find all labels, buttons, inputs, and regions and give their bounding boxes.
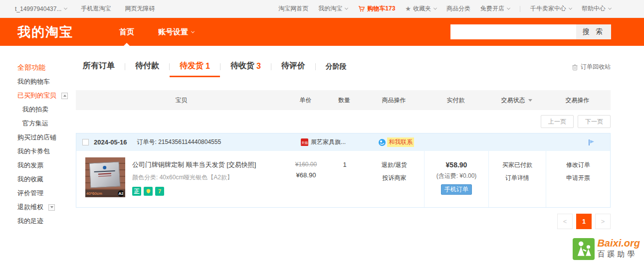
star-icon: ★	[405, 5, 411, 12]
service-badges: 正 7	[132, 187, 256, 196]
topbar-right: 淘宝网首页 我的淘宝 购物车173 ★ 收藏夹 商品分类 免费开店 千牛卖家中心…	[278, 4, 611, 13]
nav-account-settings[interactable]: 账号设置	[158, 18, 194, 46]
tab-label: 待评价	[281, 61, 305, 71]
order-detail-link[interactable]: 订单详情	[489, 174, 546, 182]
order-checkbox[interactable]	[82, 139, 89, 145]
search-bar: 搜 索	[450, 24, 611, 39]
my-taobao-menu[interactable]: 我的淘宝	[318, 4, 348, 13]
product-title-link[interactable]: 公司门牌铜牌定制 顺丰当天发货 [交易快照]	[132, 160, 256, 169]
triangle-up-icon	[63, 95, 66, 97]
help-center-menu[interactable]: 帮助中心	[582, 4, 611, 13]
expand-toggle[interactable]	[48, 204, 55, 211]
sidebar-item-review-management[interactable]: 评价管理	[17, 186, 76, 200]
favorites-menu[interactable]: ★ 收藏夹	[405, 4, 436, 13]
current-price: ¥68.90	[287, 171, 325, 179]
product-image[interactable]: 40*60cm A2	[85, 157, 125, 197]
username-menu[interactable]: t_14997940437...	[15, 5, 67, 12]
sidebar-item-my-cart[interactable]: 我的购物车	[17, 75, 76, 89]
prev-page-button[interactable]: 上一页	[541, 115, 574, 128]
order-item-row: 40*60cm A2 公司门牌铜牌定制 顺丰当天发货 [交易快照] 颜色分类: …	[76, 151, 610, 207]
tab-pending-receipt[interactable]: 待收货 3	[220, 61, 271, 77]
item-actions-cell: 退款/退货 投诉商家	[365, 151, 424, 207]
refund-link[interactable]: 退款/退货	[365, 161, 424, 169]
tab-label: 待付款	[135, 61, 159, 71]
refund-rights-label: 退款维权	[17, 203, 43, 212]
collapse-toggle[interactable]	[61, 93, 68, 99]
consumer-protection-icon	[144, 187, 153, 196]
mobile-taobao-link[interactable]: 手机逛淘宝	[81, 4, 111, 13]
col-header-trade-actions: 交易操作	[545, 96, 610, 105]
complain-link[interactable]: 投诉商家	[365, 174, 424, 182]
chevron-down-icon	[64, 6, 67, 10]
search-input[interactable]	[450, 24, 576, 39]
mobile-order-badge: 手机订单	[441, 184, 472, 195]
watermark-site: Baixi.org	[597, 238, 640, 249]
next-page-button[interactable]: 下一页	[578, 115, 611, 128]
tab-all-orders[interactable]: 所有订单	[76, 61, 125, 77]
nav-home[interactable]: 首页	[119, 18, 134, 46]
seller-center-menu[interactable]: 千牛卖家中心	[530, 4, 572, 13]
image-caption-strip: 40*60cm A2	[85, 190, 125, 197]
paid-amount: ¥58.90	[425, 161, 488, 169]
unit-price-cell: ¥160.00 ¥68.90	[287, 151, 325, 207]
chevron-down-icon	[569, 6, 572, 10]
watermark-text: Baixi.org 百蹊助學	[597, 238, 640, 260]
pagination-bottom: < 1 >	[76, 214, 611, 229]
topbar-left: t_14997940437... 手机逛淘宝 网页无障碍	[15, 4, 155, 13]
tab-count-badge: 3	[256, 62, 261, 71]
sidebar-item-refund-rights[interactable]: 退款维权	[17, 200, 76, 214]
trade-actions-cell: 修改订单 申请开票	[546, 151, 610, 207]
order-recycle-bin[interactable]: 订单回收站	[572, 63, 611, 77]
trade-status-label: 交易状态	[501, 96, 525, 105]
trade-status-cell: 买家已付款 订单详情	[488, 151, 546, 207]
sidebar-item-my-footprints[interactable]: 我的足迹	[17, 214, 76, 228]
sidebar-item-my-auctions[interactable]: 我的拍卖	[17, 103, 76, 117]
cart-link[interactable]: 购物车173	[358, 4, 395, 13]
chevron-down-icon	[345, 6, 348, 10]
order-number-label: 订单号:	[137, 138, 157, 145]
sidebar-item-shops-purchased[interactable]: 购买过的店铺	[17, 130, 76, 144]
header-nav: 首页 账号设置	[119, 18, 194, 46]
col-header-trade-status-dropdown[interactable]: 交易状态	[488, 96, 545, 105]
username-label: t_14997940437...	[15, 5, 61, 12]
request-invoice-link[interactable]: 申请开票	[546, 174, 610, 182]
order-header-row: 2024-05-16 订单号: 2154356114440804555 天猫 展…	[76, 133, 610, 151]
sidebar-item-my-invoices[interactable]: 我的发票	[17, 158, 76, 172]
col-header-quantity: 数量	[324, 96, 364, 105]
shop-name: 展艺家具旗...	[311, 138, 346, 146]
help-center-label: 帮助中心	[582, 4, 606, 13]
sidebar-item-my-coupons[interactable]: 我的卡券包	[17, 144, 76, 158]
tab-staged[interactable]: 分阶段	[316, 62, 357, 77]
flag-icon[interactable]	[587, 138, 595, 146]
col-header-unit-price: 单价	[287, 96, 324, 105]
open-shop-menu[interactable]: 免费开店	[480, 4, 510, 13]
shop-link[interactable]: 天猫 展艺家具旗...	[301, 138, 346, 146]
categories-link[interactable]: 商品分类	[446, 4, 470, 13]
modify-order-link[interactable]: 修改订单	[546, 161, 610, 169]
sidebar-item-all-functions[interactable]: 全部功能	[17, 61, 76, 75]
tab-pending-review[interactable]: 待评价	[271, 61, 315, 77]
contact-seller[interactable]: 和我联系	[378, 137, 414, 147]
caret-down-icon	[528, 99, 532, 102]
sidebar-item-official-consolidation[interactable]: 官方集运	[17, 117, 76, 130]
pagination-top: 上一页 下一页	[76, 115, 611, 128]
my-taobao-label: 我的淘宝	[318, 4, 342, 13]
image-tag-label: A2	[118, 190, 124, 197]
paid-amount-cell: ¥58.90 (含运费: ¥0.00) 手机订单	[424, 151, 488, 207]
tab-label: 所有订单	[83, 61, 115, 71]
tab-pending-shipment[interactable]: 待发货 1	[170, 61, 220, 77]
tab-pending-payment[interactable]: 待付款	[125, 61, 169, 77]
tab-label: 待收货	[230, 61, 254, 71]
topbar: t_14997940437... 手机逛淘宝 网页无障碍 淘宝网首页 我的淘宝 …	[0, 0, 644, 18]
sidebar-item-purchased-items[interactable]: 已买到的宝贝	[17, 89, 76, 103]
col-header-paid-amount: 实付款	[424, 96, 488, 105]
prev-page-arrow[interactable]: <	[557, 214, 573, 229]
taobao-home-link[interactable]: 淘宝网首页	[278, 4, 308, 13]
next-page-arrow[interactable]: >	[595, 214, 611, 229]
orders-panel: 所有订单 待付款 待发货 1 待收货 3 待评价 分阶段 订单回收站	[76, 46, 644, 229]
accessibility-link[interactable]: 网页无障碍	[125, 4, 155, 13]
sidebar: 全部功能 我的购物车 已买到的宝贝 我的拍卖 官方集运 购买过的店铺 我的卡券包…	[0, 46, 76, 229]
search-button[interactable]: 搜 索	[576, 24, 611, 39]
current-page-number[interactable]: 1	[576, 214, 592, 229]
sidebar-item-my-favorites[interactable]: 我的收藏	[17, 172, 76, 186]
